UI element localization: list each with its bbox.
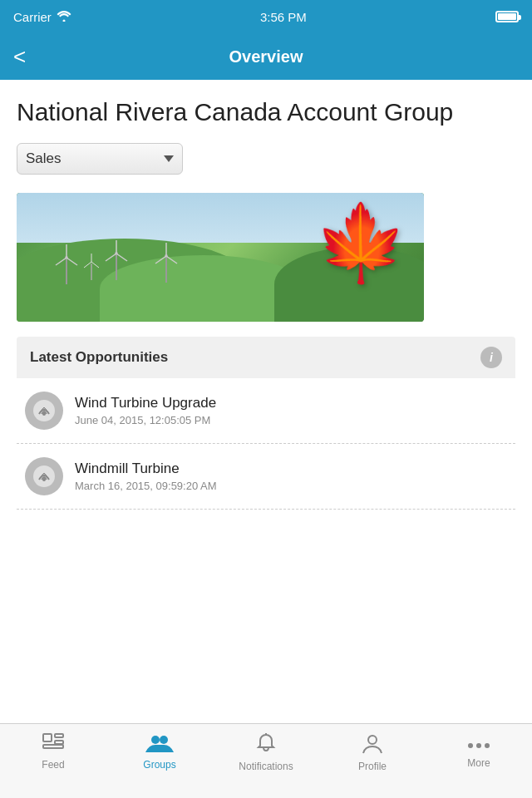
- more-icon: [466, 732, 491, 754]
- opportunity-date-1: June 04, 2015, 12:05:05 PM: [75, 414, 216, 426]
- svg-line-17: [91, 262, 99, 268]
- tab-groups-label: Groups: [143, 759, 175, 771]
- groups-icon: [145, 732, 174, 756]
- opportunity-icon-1: [25, 392, 63, 430]
- svg-line-8: [116, 254, 127, 261]
- account-title: National Rivera Canada Account Group: [17, 96, 515, 128]
- banner-image: 🍁: [17, 193, 424, 322]
- svg-point-39: [485, 743, 490, 748]
- opportunity-name-2: Windmill Turbine: [75, 461, 217, 477]
- carrier-label: Carrier: [13, 10, 52, 24]
- carrier-info: Carrier: [13, 10, 71, 24]
- svg-rect-29: [43, 734, 52, 741]
- content-area: National Rivera Canada Account Group Sal…: [0, 80, 532, 723]
- opportunity-item-1[interactable]: Wind Turbine Upgrade June 04, 2015, 12:0…: [17, 378, 515, 444]
- header: < Overview: [0, 33, 532, 80]
- header-title: Overview: [229, 47, 303, 66]
- tab-notifications-label: Notifications: [239, 761, 293, 772]
- sales-dropdown[interactable]: Sales: [17, 143, 183, 175]
- maple-leaf: 🍁: [314, 205, 407, 280]
- bell-icon: [255, 732, 277, 757]
- opportunity-icon-2: [25, 457, 63, 495]
- svg-point-33: [151, 736, 160, 744]
- info-icon[interactable]: i: [480, 347, 502, 368]
- svg-point-37: [468, 743, 473, 748]
- dropdown-wrapper: Sales: [17, 143, 515, 175]
- battery-icon: [495, 11, 519, 22]
- chevron-down-icon: [164, 155, 174, 162]
- svg-point-38: [476, 743, 481, 748]
- tab-profile[interactable]: Profile: [319, 732, 426, 772]
- opportunities-list: Wind Turbine Upgrade June 04, 2015, 12:0…: [17, 378, 515, 510]
- svg-point-34: [160, 736, 168, 744]
- svg-line-14: [155, 256, 166, 264]
- wifi-icon: [57, 10, 71, 24]
- tab-more-label: More: [467, 757, 490, 769]
- opportunity-item-2[interactable]: Windmill Turbine March 16, 2015, 09:59:2…: [17, 444, 515, 510]
- tab-more[interactable]: More: [426, 732, 532, 769]
- tab-feed-label: Feed: [42, 759, 64, 771]
- back-button[interactable]: <: [13, 46, 26, 67]
- feed-icon: [42, 732, 65, 756]
- tab-notifications[interactable]: Notifications: [213, 732, 319, 772]
- opportunity-date-2: March 16, 2015, 09:59:20 AM: [75, 480, 217, 492]
- profile-icon: [362, 732, 383, 757]
- section-title: Latest Opportunities: [30, 349, 168, 366]
- section-header: Latest Opportunities i: [17, 337, 515, 378]
- svg-rect-32: [43, 745, 63, 748]
- svg-line-3: [66, 258, 77, 265]
- dropdown-selected: Sales: [26, 150, 62, 167]
- opportunity-name-1: Wind Turbine Upgrade: [75, 395, 216, 411]
- opportunity-info-1: Wind Turbine Upgrade June 04, 2015, 12:0…: [75, 395, 216, 426]
- svg-rect-31: [55, 741, 63, 744]
- svg-point-36: [368, 736, 377, 744]
- tab-feed[interactable]: Feed: [0, 732, 106, 771]
- tab-groups[interactable]: Groups: [106, 732, 213, 771]
- svg-line-13: [166, 256, 177, 264]
- svg-line-18: [84, 262, 91, 268]
- svg-line-9: [106, 254, 116, 261]
- tab-bar: Feed Groups Notifications: [0, 723, 532, 798]
- svg-line-4: [56, 258, 66, 265]
- svg-rect-30: [55, 734, 63, 737]
- tab-profile-label: Profile: [358, 761, 387, 772]
- time-label: 3:56 PM: [260, 10, 307, 24]
- opportunity-info-2: Windmill Turbine March 16, 2015, 09:59:2…: [75, 461, 217, 492]
- status-bar: Carrier 3:56 PM: [0, 0, 532, 33]
- latest-opportunities-section: Latest Opportunities i Wi: [17, 337, 515, 510]
